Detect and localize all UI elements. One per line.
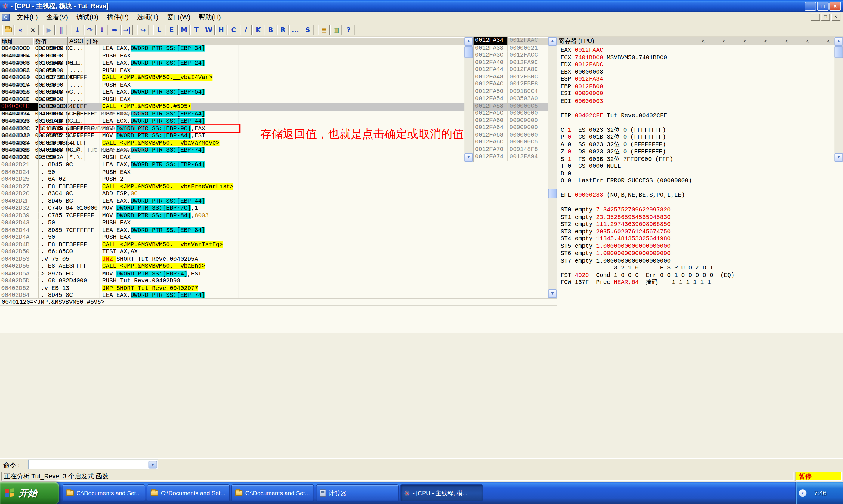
stack-row[interactable]: 0012FA740012FA94: [474, 154, 835, 161]
stack-row[interactable]: 0012FA500091BCC4: [474, 88, 835, 95]
register-line[interactable]: ST6 empty 1.0000000000000000000: [561, 250, 842, 257]
scroll-thumb[interactable]: [834, 46, 843, 58]
register-line[interactable]: FST 4020 Cond 1 0 0 0 Err 0 0 1 0 0 0 0 …: [561, 272, 842, 279]
dump-row[interactable]: 0040401400000000....: [0, 82, 465, 89]
disasm-row[interactable]: 00402D53.v 75 05JNZ SHORT Tut_Reve.00402…: [0, 256, 549, 263]
options-button[interactable]: ≣: [318, 24, 330, 35]
dump-row[interactable]: 0040402400400000..@.Tut_Reve.00400000: [0, 110, 465, 118]
disasm-row[interactable]: 00402D24. 50PUSH EAX: [0, 169, 549, 176]
menu-item[interactable]: 窗口(W): [163, 12, 195, 23]
dump-column-value[interactable]: 数值: [33, 37, 68, 44]
stack-scrollbar[interactable]: [834, 37, 843, 162]
stack-row[interactable]: 0012FA400012FA9C: [474, 59, 835, 66]
disasm-row[interactable]: 00402D27. E8 E8E3FFFFCALL <JMP.&MSVBVM50…: [0, 183, 549, 190]
dump-column-address[interactable]: 地址: [0, 37, 33, 44]
view-windows-button[interactable]: W: [203, 24, 214, 35]
minimize-button[interactable]: [805, 1, 816, 10]
open-file-button[interactable]: [2, 24, 14, 35]
stack-row[interactable]: 0012FA70009148F8: [474, 146, 835, 153]
stack-row[interactable]: 0012FA3C0012FACC: [474, 52, 835, 59]
mdi-restore-button[interactable]: [821, 14, 830, 21]
maximize-button[interactable]: [817, 1, 828, 10]
disasm-row[interactable]: 00402D43. 50PUSH EAX: [0, 219, 549, 227]
dump-row[interactable]: 0040403C005C002A*.\.: [0, 154, 465, 161]
register-line[interactable]: D 0: [561, 170, 842, 177]
register-line[interactable]: 3 2 1 0 E S P U O Z D I: [561, 265, 842, 272]
appearance-button[interactable]: ▦: [330, 24, 342, 35]
dump-row[interactable]: 0040400400000000....: [0, 52, 465, 59]
register-line[interactable]: FCW 137F Prec NEAR,64 掩码 1 1 1 1 1 1: [561, 279, 842, 286]
scroll-up-arrow[interactable]: [464, 37, 473, 46]
register-line[interactable]: ST2 empty 111.29743639608906850: [561, 221, 842, 228]
dump-row[interactable]: 0040400C00000000....: [0, 67, 465, 74]
stack-row[interactable]: 0012FA6400000000: [474, 124, 835, 131]
pause-button[interactable]: ‖: [55, 24, 67, 35]
disasm-row[interactable]: 00402D2C. 83C4 0CADD ESP,0C: [0, 190, 549, 198]
menu-item[interactable]: 文件(F): [12, 12, 42, 23]
menu-item[interactable]: 查看(V): [42, 12, 72, 23]
disasm-row[interactable]: 00402D44. 8D85 7CFFFFFFLEA EAX,DWORD PTR…: [0, 227, 549, 234]
stack-row[interactable]: 0012FA3800000021: [474, 44, 835, 52]
register-line[interactable]: ST5 empty 1.0000000000000000000: [561, 243, 842, 250]
stack-row[interactable]: 0012FA440012FA8C: [474, 66, 835, 73]
view-cpu-button[interactable]: C: [227, 24, 239, 35]
scroll-down-arrow[interactable]: [834, 154, 843, 162]
animate-into-button[interactable]: ⇓: [96, 24, 108, 35]
stack-row[interactable]: 0012FA480012FB0C: [474, 73, 835, 80]
register-line[interactable]: ST0 empty 7.3425752709622997820: [561, 206, 842, 214]
dump-scrollbar[interactable]: [464, 37, 473, 162]
combo-dropdown-arrow[interactable]: [148, 461, 157, 468]
menu-item[interactable]: 调试(D): [72, 12, 103, 23]
taskbar-button[interactable]: 计算器: [316, 484, 399, 502]
view-breakpoints-button[interactable]: B: [265, 24, 277, 35]
disasm-row[interactable]: 00402D62.v EB 13JMP SHORT Tut_Reve.00402…: [0, 285, 549, 292]
dump-row[interactable]: 0040402000000000....: [0, 103, 465, 110]
close-process-button[interactable]: ×: [27, 24, 38, 35]
mdi-minimize-button[interactable]: [811, 14, 820, 21]
register-line[interactable]: ST1 empty 23.352865954565945830: [561, 214, 842, 221]
register-line[interactable]: ST7 empty 1.0000000000000000000: [561, 257, 842, 265]
view-handles-button[interactable]: H: [215, 24, 227, 35]
start-button[interactable]: 开始: [0, 482, 59, 504]
disasm-row[interactable]: 00402D4B. E8 BEE3FFFFCALL <JMP.&MSVBVM50…: [0, 241, 549, 248]
view-call-stack-button[interactable]: K: [252, 24, 264, 35]
stack-row[interactable]: 0012FA5C00000000: [474, 110, 835, 117]
dump-row[interactable]: 0040401C00000000....: [0, 96, 465, 103]
scroll-down-arrow[interactable]: [548, 289, 557, 298]
scroll-up-arrow[interactable]: [834, 37, 843, 46]
stack-row[interactable]: 0012FA6000000000: [474, 117, 835, 124]
stack-row[interactable]: 0012FA54003503A0: [474, 95, 835, 102]
register-line[interactable]: [561, 185, 842, 192]
stack-row[interactable]: 0012FA6800000000: [474, 131, 835, 139]
tray-chevron-icon[interactable]: [799, 489, 806, 497]
taskbar-button[interactable]: C:\Documents and Set...: [231, 484, 314, 502]
disasm-row[interactable]: 00402D32. C745 84 010000MOV DWORD PTR SS…: [0, 205, 549, 212]
disasm-row[interactable]: 00402D64. 8D45 8CLEA EAX,DWORD PTR SS:[E…: [0, 292, 549, 298]
view-patches-button[interactable]: /: [240, 24, 252, 35]
menu-item[interactable]: 选项(T): [133, 12, 163, 23]
execute-till-return-button[interactable]: →|: [121, 24, 133, 35]
dump-row[interactable]: 0040401000160780€□□.: [0, 74, 465, 82]
scroll-thumb[interactable]: [464, 46, 473, 58]
stack-row[interactable]: 0012FA340012FAAC: [474, 37, 835, 44]
disasm-row[interactable]: 00402D39. C785 7CFFFFFFMOV DWORD PTR SS:…: [0, 212, 549, 219]
view-threads-button[interactable]: T: [190, 24, 202, 35]
step-over-button[interactable]: ↷: [84, 24, 96, 35]
disasm-row[interactable]: 00402D55. E8 AEE3FFFFCALL <JMP.&MSVBVM50…: [0, 263, 549, 270]
stack-row[interactable]: 0012FA4C0012FBE8: [474, 80, 835, 88]
animate-over-button[interactable]: ⇒: [109, 24, 120, 35]
disasm-row[interactable]: 00402D4A. 50PUSH EAX: [0, 234, 549, 241]
taskbar-button[interactable]: C:\Documents and Set...: [62, 484, 145, 502]
view-memory-button[interactable]: M: [178, 24, 190, 35]
dump-column-ascii[interactable]: ASCI: [68, 37, 85, 44]
disasm-row[interactable]: 00402D21. 8D45 9CLEA EAX,DWORD PTR SS:[E…: [0, 161, 549, 168]
scroll-down-arrow[interactable]: [464, 154, 473, 162]
run-button[interactable]: ▶: [43, 24, 55, 35]
dump-row[interactable]: 0040400800160648H□□.: [0, 59, 465, 67]
mdi-close-button[interactable]: [831, 14, 840, 21]
disasm-row[interactable]: 00402D5D. 68 982D4000PUSH Tut_Reve.00402…: [0, 277, 549, 285]
restart-button[interactable]: «: [15, 24, 26, 35]
stack-row[interactable]: 0012FA58000000C5: [474, 103, 835, 110]
disasm-row[interactable]: 00402D5A> 8975 FCMOV DWORD PTR SS:[EBP-4…: [0, 270, 549, 277]
close-button[interactable]: [829, 1, 841, 10]
